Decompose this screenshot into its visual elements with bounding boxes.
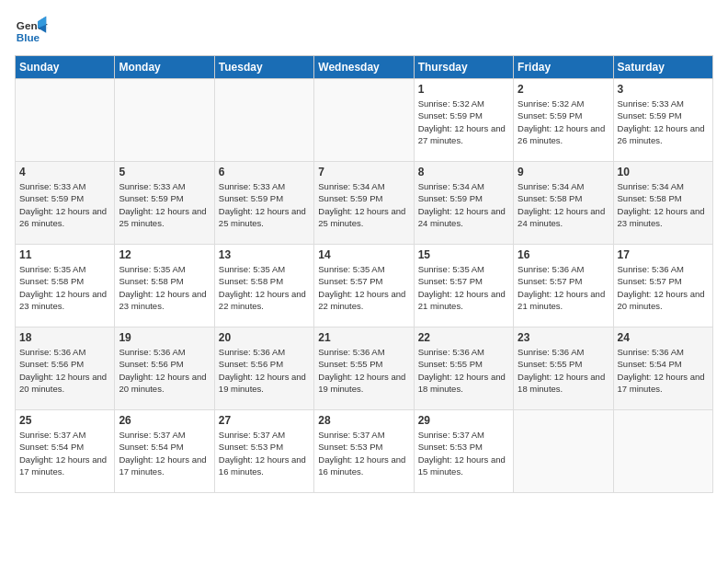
day-info: Sunrise: 5:33 AM Sunset: 5:59 PM Dayligh… xyxy=(119,180,210,229)
day-number: 10 xyxy=(618,166,709,178)
day-number: 16 xyxy=(518,248,609,261)
week-row-2: 11Sunrise: 5:35 AM Sunset: 5:58 PM Dayli… xyxy=(16,245,713,327)
calendar-cell xyxy=(214,79,313,162)
calendar-cell: 8Sunrise: 5:34 AM Sunset: 5:59 PM Daylig… xyxy=(414,162,513,245)
calendar-table: SundayMondayTuesdayWednesdayThursdayFrid… xyxy=(15,55,713,493)
calendar-cell: 23Sunrise: 5:36 AM Sunset: 5:55 PM Dayli… xyxy=(514,327,613,410)
calendar-cell: 22Sunrise: 5:36 AM Sunset: 5:55 PM Dayli… xyxy=(414,327,513,410)
day-info: Sunrise: 5:36 AM Sunset: 5:57 PM Dayligh… xyxy=(618,263,709,312)
calendar-cell: 11Sunrise: 5:35 AM Sunset: 5:58 PM Dayli… xyxy=(16,245,115,327)
day-info: Sunrise: 5:35 AM Sunset: 5:58 PM Dayligh… xyxy=(119,263,210,312)
weekday-header-tuesday: Tuesday xyxy=(214,56,313,79)
weekday-header-row: SundayMondayTuesdayWednesdayThursdayFrid… xyxy=(16,56,713,79)
calendar-cell: 4Sunrise: 5:33 AM Sunset: 5:59 PM Daylig… xyxy=(16,162,115,245)
weekday-header-wednesday: Wednesday xyxy=(314,56,414,79)
calendar-cell: 1Sunrise: 5:32 AM Sunset: 5:59 PM Daylig… xyxy=(414,79,513,162)
calendar-cell xyxy=(314,79,414,162)
day-info: Sunrise: 5:37 AM Sunset: 5:54 PM Dayligh… xyxy=(119,429,210,477)
calendar-cell: 14Sunrise: 5:35 AM Sunset: 5:57 PM Dayli… xyxy=(314,245,414,327)
day-info: Sunrise: 5:36 AM Sunset: 5:56 PM Dayligh… xyxy=(219,346,310,395)
day-info: Sunrise: 5:32 AM Sunset: 5:59 PM Dayligh… xyxy=(418,98,509,146)
day-number: 3 xyxy=(618,83,709,96)
day-number: 15 xyxy=(418,248,509,261)
day-number: 20 xyxy=(219,331,310,344)
calendar-cell: 2Sunrise: 5:32 AM Sunset: 5:59 PM Daylig… xyxy=(514,79,613,162)
week-row-3: 18Sunrise: 5:36 AM Sunset: 5:56 PM Dayli… xyxy=(16,327,713,410)
day-info: Sunrise: 5:33 AM Sunset: 5:59 PM Dayligh… xyxy=(19,180,110,229)
week-row-1: 4Sunrise: 5:33 AM Sunset: 5:59 PM Daylig… xyxy=(16,162,713,245)
day-number: 28 xyxy=(318,414,409,427)
day-number: 22 xyxy=(418,331,509,344)
day-info: Sunrise: 5:36 AM Sunset: 5:55 PM Dayligh… xyxy=(318,346,409,395)
calendar-cell: 10Sunrise: 5:34 AM Sunset: 5:58 PM Dayli… xyxy=(613,162,712,245)
svg-text:Blue: Blue xyxy=(17,31,40,43)
day-number: 6 xyxy=(219,166,310,178)
calendar-cell xyxy=(115,79,214,162)
header: General Blue xyxy=(15,15,713,48)
day-info: Sunrise: 5:36 AM Sunset: 5:56 PM Dayligh… xyxy=(19,346,110,395)
calendar-cell: 26Sunrise: 5:37 AM Sunset: 5:54 PM Dayli… xyxy=(115,410,214,493)
calendar-cell: 13Sunrise: 5:35 AM Sunset: 5:58 PM Dayli… xyxy=(214,245,313,327)
calendar-cell: 27Sunrise: 5:37 AM Sunset: 5:53 PM Dayli… xyxy=(214,410,313,493)
day-number: 2 xyxy=(518,83,609,96)
day-info: Sunrise: 5:34 AM Sunset: 5:59 PM Dayligh… xyxy=(418,180,509,229)
day-info: Sunrise: 5:37 AM Sunset: 5:54 PM Dayligh… xyxy=(19,429,110,477)
calendar-cell xyxy=(16,79,115,162)
calendar-body: 1Sunrise: 5:32 AM Sunset: 5:59 PM Daylig… xyxy=(16,79,713,493)
day-info: Sunrise: 5:37 AM Sunset: 5:53 PM Dayligh… xyxy=(318,429,409,477)
week-row-4: 25Sunrise: 5:37 AM Sunset: 5:54 PM Dayli… xyxy=(16,410,713,493)
day-number: 24 xyxy=(618,331,709,344)
day-info: Sunrise: 5:37 AM Sunset: 5:53 PM Dayligh… xyxy=(418,429,509,477)
calendar-cell: 16Sunrise: 5:36 AM Sunset: 5:57 PM Dayli… xyxy=(514,245,613,327)
day-number: 18 xyxy=(19,331,110,344)
calendar-cell xyxy=(613,410,712,493)
day-number: 27 xyxy=(219,414,310,427)
day-info: Sunrise: 5:32 AM Sunset: 5:59 PM Dayligh… xyxy=(518,98,609,146)
calendar-cell: 15Sunrise: 5:35 AM Sunset: 5:57 PM Dayli… xyxy=(414,245,513,327)
day-number: 5 xyxy=(119,166,210,178)
day-number: 21 xyxy=(318,331,409,344)
day-number: 7 xyxy=(318,166,409,178)
weekday-header-sunday: Sunday xyxy=(16,56,115,79)
calendar-cell: 21Sunrise: 5:36 AM Sunset: 5:55 PM Dayli… xyxy=(314,327,414,410)
day-info: Sunrise: 5:35 AM Sunset: 5:58 PM Dayligh… xyxy=(219,263,310,312)
calendar-cell: 24Sunrise: 5:36 AM Sunset: 5:54 PM Dayli… xyxy=(613,327,712,410)
day-number: 14 xyxy=(318,248,409,261)
calendar-cell: 7Sunrise: 5:34 AM Sunset: 5:59 PM Daylig… xyxy=(314,162,414,245)
day-info: Sunrise: 5:33 AM Sunset: 5:59 PM Dayligh… xyxy=(618,98,709,146)
day-number: 13 xyxy=(219,248,310,261)
day-number: 11 xyxy=(19,248,110,261)
weekday-header-monday: Monday xyxy=(115,56,214,79)
calendar-cell: 25Sunrise: 5:37 AM Sunset: 5:54 PM Dayli… xyxy=(16,410,115,493)
calendar-cell: 20Sunrise: 5:36 AM Sunset: 5:56 PM Dayli… xyxy=(214,327,313,410)
day-info: Sunrise: 5:36 AM Sunset: 5:55 PM Dayligh… xyxy=(518,346,609,395)
day-info: Sunrise: 5:35 AM Sunset: 5:57 PM Dayligh… xyxy=(418,263,509,312)
day-number: 9 xyxy=(518,166,609,178)
day-info: Sunrise: 5:35 AM Sunset: 5:58 PM Dayligh… xyxy=(19,263,110,312)
calendar-cell: 9Sunrise: 5:34 AM Sunset: 5:58 PM Daylig… xyxy=(514,162,613,245)
logo-icon: General Blue xyxy=(15,15,48,48)
day-number: 1 xyxy=(418,83,509,96)
day-info: Sunrise: 5:36 AM Sunset: 5:54 PM Dayligh… xyxy=(618,346,709,395)
calendar-cell: 3Sunrise: 5:33 AM Sunset: 5:59 PM Daylig… xyxy=(613,79,712,162)
day-number: 25 xyxy=(19,414,110,427)
week-row-0: 1Sunrise: 5:32 AM Sunset: 5:59 PM Daylig… xyxy=(16,79,713,162)
day-number: 23 xyxy=(518,331,609,344)
calendar-cell: 29Sunrise: 5:37 AM Sunset: 5:53 PM Dayli… xyxy=(414,410,513,493)
day-number: 26 xyxy=(119,414,210,427)
calendar-cell xyxy=(514,410,613,493)
day-info: Sunrise: 5:36 AM Sunset: 5:57 PM Dayligh… xyxy=(518,263,609,312)
calendar-cell: 19Sunrise: 5:36 AM Sunset: 5:56 PM Dayli… xyxy=(115,327,214,410)
logo: General Blue xyxy=(15,15,48,48)
day-number: 8 xyxy=(418,166,509,178)
day-number: 4 xyxy=(19,166,110,178)
day-number: 29 xyxy=(418,414,509,427)
calendar-cell: 17Sunrise: 5:36 AM Sunset: 5:57 PM Dayli… xyxy=(613,245,712,327)
calendar-cell: 6Sunrise: 5:33 AM Sunset: 5:59 PM Daylig… xyxy=(214,162,313,245)
day-number: 17 xyxy=(618,248,709,261)
calendar-cell: 18Sunrise: 5:36 AM Sunset: 5:56 PM Dayli… xyxy=(16,327,115,410)
calendar-cell: 28Sunrise: 5:37 AM Sunset: 5:53 PM Dayli… xyxy=(314,410,414,493)
day-info: Sunrise: 5:34 AM Sunset: 5:58 PM Dayligh… xyxy=(618,180,709,229)
calendar-cell: 12Sunrise: 5:35 AM Sunset: 5:58 PM Dayli… xyxy=(115,245,214,327)
weekday-header-friday: Friday xyxy=(514,56,613,79)
